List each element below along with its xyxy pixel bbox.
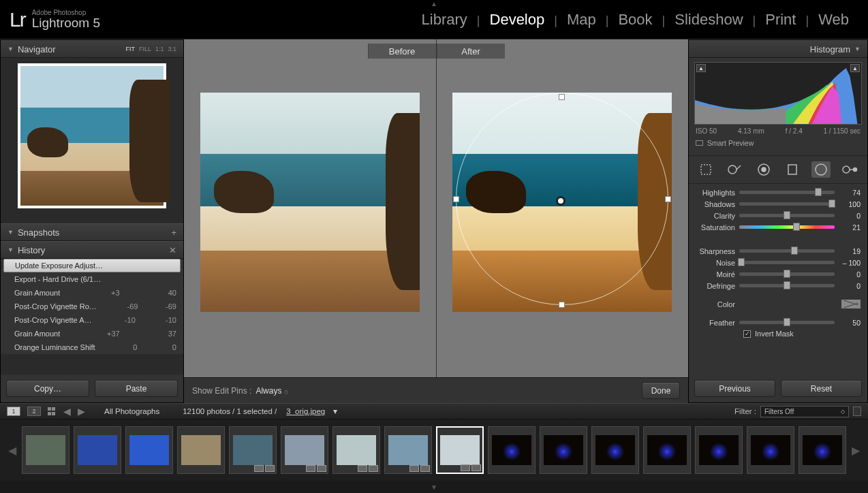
module-print[interactable]: Print [756,11,805,29]
history-item[interactable]: Post-Crop Vignette A…-10-10 [1,313,183,327]
graduated-tool[interactable] [783,161,802,178]
filter-dropdown[interactable]: Filters Off◇ [760,406,849,417]
done-button[interactable]: Done [642,382,680,399]
spot-tool[interactable] [726,161,745,178]
monitor-2-tab[interactable]: 2 [27,407,41,416]
filmstrip-thumb[interactable] [695,426,743,474]
reset-button[interactable]: Reset [781,380,862,397]
radial-handle-right[interactable] [665,196,671,202]
filmstrip-thumb[interactable] [22,426,69,474]
history-item[interactable]: Update Exposure Adjustment [3,259,181,272]
clear-history-button[interactable]: ✕ [169,245,176,255]
color-label: Color [696,300,735,308]
filmstrip-thumb[interactable] [384,426,432,474]
zoom-1-1[interactable]: 1:1 [155,46,164,52]
filmstrip-thumb[interactable] [591,426,639,474]
filename-dropdown-icon[interactable]: ▾ [333,407,337,416]
highlight-clip-icon[interactable]: ▲ [850,64,860,72]
source-text[interactable]: All Photographs [104,407,159,415]
module-library[interactable]: Library [412,11,477,29]
filmstrip-thumb[interactable] [332,426,380,474]
svg-point-8 [854,168,857,172]
history-item[interactable]: Orange Luminance Shift00 [1,340,183,354]
module-develop[interactable]: Develop [480,11,555,29]
slider-clarity[interactable]: Clarity0 [696,210,861,221]
disclosure-icon: ▼ [7,46,14,52]
paste-button[interactable]: Paste [95,380,178,397]
left-sidepanel: ▼ Navigator FITFILL1:13:1 ▼ Snapshots + … [0,39,184,403]
radial-handle-bottom[interactable] [559,302,565,308]
radial-handle-left[interactable] [453,196,459,202]
filmstrip-thumb[interactable] [74,426,121,474]
slider-moiré[interactable]: Moiré0 [696,268,861,280]
slider-shadows[interactable]: Shadows100 [696,198,861,210]
history-item[interactable]: Export - Hard Drive (6/18/2013 12:32… [1,272,183,286]
filename-text[interactable]: 3_orig.jpeg [286,407,325,415]
filmstrip-thumb[interactable] [436,426,484,474]
zoom-fit[interactable]: FIT [125,46,135,52]
filmstrip-thumb[interactable] [799,426,846,474]
module-map[interactable]: Map [557,11,606,29]
navigator-thumbnail[interactable] [18,63,166,208]
radial-filter-overlay[interactable] [452,93,672,312]
history-item[interactable]: Grain Amount+340 [1,286,183,300]
redeye-tool[interactable] [754,161,773,178]
filmstrip-thumb[interactable] [747,426,794,474]
history-header[interactable]: ▼ History ✕ [1,241,183,259]
module-web[interactable]: Web [809,11,858,29]
filmstrip-thumb[interactable] [229,426,277,474]
module-slideshow[interactable]: Slideshow [665,11,752,29]
filmstrip-thumb[interactable] [177,426,225,474]
grid-view-icon[interactable] [48,407,57,416]
shadow-clip-icon[interactable]: ▲ [696,64,706,72]
brush-tool[interactable] [840,161,859,178]
navigator-header[interactable]: ▼ Navigator FITFILL1:13:1 [1,40,183,58]
after-label: After [437,44,505,59]
radial-handle-top[interactable] [559,94,565,100]
filmstrip-thumb[interactable] [643,426,691,474]
zoom-fill[interactable]: FILL [139,46,151,52]
slider-saturation[interactable]: Saturation21 [696,221,861,233]
nav-fwd-icon[interactable]: ▶ [78,406,85,417]
module-picker: Library|Develop|Map|Book|Slideshow|Print… [412,11,858,29]
slider-highlights[interactable]: Highlights74 [696,187,861,198]
module-book[interactable]: Book [608,11,662,29]
bottom-panel-handle[interactable]: ▼ [0,481,868,493]
nav-back-icon[interactable]: ◀ [63,406,71,417]
after-image[interactable] [452,93,672,312]
color-picker[interactable] [841,300,861,308]
slider-feather[interactable]: Feather50 [696,317,861,328]
snapshots-header[interactable]: ▼ Snapshots + [1,223,183,241]
edit-pins-dropdown[interactable]: Always ◇ [255,386,288,396]
strip-right-icon[interactable]: ▶ [850,444,861,457]
slider-noise[interactable]: Noise– 100 [696,257,861,268]
radial-tool[interactable] [811,161,831,178]
filmstrip-thumb[interactable] [281,426,328,474]
copy-button[interactable]: Copy… [6,380,89,397]
svg-rect-0 [701,165,711,174]
crop-tool[interactable] [697,161,716,178]
add-snapshot-button[interactable]: + [171,227,176,238]
top-panel-handle[interactable]: ▲ [431,0,437,7]
invert-mask-checkbox[interactable]: ✓Invert Mask [696,328,861,338]
histogram[interactable]: ▲ ▲ [694,62,862,125]
filmstrip-thumb[interactable] [125,426,173,474]
filmstrip-thumb[interactable] [540,426,587,474]
filmstrip-thumb[interactable] [488,426,536,474]
disclosure-icon: ▼ [854,46,861,52]
filter-lock-icon[interactable] [853,407,861,416]
histogram-title: Histogram [810,44,850,54]
history-item[interactable]: Grain Amount+3737 [1,327,183,340]
monitor-1-tab[interactable]: 1 [7,407,20,416]
edit-pins-label: Show Edit Pins : [192,386,251,396]
history-list: Update Exposure AdjustmentExport - Hard … [1,259,183,354]
slider-defringe[interactable]: Defringe0 [696,280,861,291]
before-image[interactable] [200,93,420,312]
app-name: Lightroom 5 [32,16,100,29]
history-item[interactable]: Post-Crop Vignette Ro…-69-69 [1,300,183,313]
previous-button[interactable]: Previous [694,380,775,397]
zoom-3-1[interactable]: 3:1 [168,46,176,52]
slider-sharpness[interactable]: Sharpness19 [696,245,861,257]
strip-left-icon[interactable]: ◀ [7,444,18,457]
histogram-header[interactable]: Histogram ▼ [689,40,867,58]
